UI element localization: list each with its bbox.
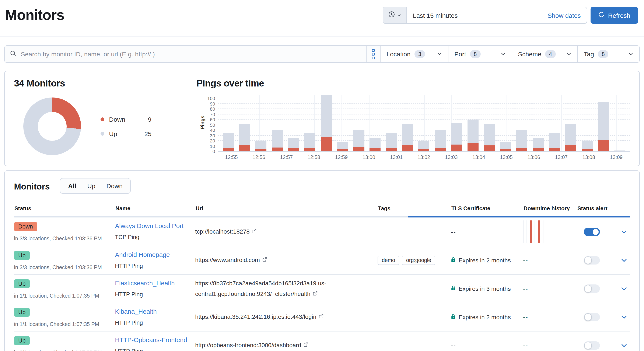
search-input[interactable] [20, 50, 366, 58]
filter-label: Scheme [518, 50, 541, 58]
expand-row-button[interactable] [621, 342, 628, 349]
tab-all[interactable]: All [62, 182, 82, 189]
status-checked-text: in 3/3 locations, Checked 1:03:36 PM [14, 236, 115, 242]
tab-up[interactable]: Up [82, 182, 101, 189]
filter-tag[interactable]: Tag8 [578, 46, 639, 62]
monitor-url-link[interactable]: tcp://localhost:18278 [195, 226, 257, 237]
x-tick-label: 13:05 [492, 154, 520, 160]
refresh-button[interactable]: Refresh [590, 7, 638, 24]
monitor-url-link[interactable]: https://8b37cb7ca2ae49ada54db165f32d3a19… [195, 278, 368, 300]
x-axis-labels: 12:5512:5612:5712:5812:5913:0013:0113:02… [218, 152, 630, 163]
status-alert-toggle[interactable] [584, 313, 600, 321]
ping-bar [239, 124, 250, 151]
monitor-type: HTTP Ping [115, 291, 195, 298]
ping-bar [321, 95, 332, 151]
monitor-name-link[interactable]: Elasticsearch_Health [115, 279, 175, 287]
status-alert-toggle[interactable] [584, 341, 600, 350]
monitor-type: TCP Ping [115, 234, 195, 240]
ping-bar [337, 142, 348, 151]
filter-count-badge: 4 [545, 50, 556, 58]
monitor-url-link[interactable]: http://opbeans-frontend:3000/dashboard [195, 340, 308, 351]
x-tick-label: 13:04 [465, 154, 492, 160]
status-alert-toggle[interactable] [584, 285, 600, 293]
tls-expiry-text: Expires in 2 months [458, 314, 511, 321]
filter-scheme[interactable]: Scheme4 [512, 46, 578, 62]
legend-value: 9 [131, 115, 152, 123]
table-row: Upin 3/3 locations, Checked 1:07:38 PMHT… [14, 331, 630, 351]
x-tick-label: 12:58 [300, 154, 328, 160]
filter-location[interactable]: Location3 [380, 46, 448, 62]
scrollbar-track[interactable] [640, 212, 641, 351]
filter-count-badge: 8 [598, 50, 608, 58]
legend-dot [100, 132, 104, 135]
x-tick-label: 13:02 [410, 154, 438, 160]
y-tick-label: 30 [202, 133, 215, 138]
refresh-label: Refresh [608, 12, 630, 19]
kql-filter-button[interactable] [366, 46, 380, 62]
tls-expiry-text: Expires in 3 months [458, 285, 511, 292]
filter-bar: Location3Port8Scheme4Tag8 [4, 45, 640, 63]
chevron-down-icon [566, 50, 572, 58]
clock-icon [388, 11, 395, 19]
status-alert-toggle[interactable] [584, 227, 600, 236]
tls-empty-value: -- [451, 342, 456, 349]
donut-legend: Down9Up25 [100, 115, 152, 137]
status-alert-toggle[interactable] [584, 256, 600, 265]
chevron-down-icon [437, 50, 442, 58]
table-row: Upin 1/1 location, Checked 1:07:35 PMEla… [14, 274, 630, 303]
monitor-url-link[interactable]: https://www.android.com [195, 255, 267, 266]
x-tick-label: 12:59 [328, 154, 355, 160]
status-checked-text: in 3/3 locations, Checked 1:03:36 PM [14, 265, 115, 271]
pings-chart-section: Pings over time Pings 010203040506070809… [192, 78, 630, 159]
downtime-empty-value: -- [523, 314, 528, 321]
filter-port[interactable]: Port8 [448, 46, 512, 62]
filter-group: Location3Port8Scheme4Tag8 [380, 45, 640, 63]
ping-bar [304, 133, 316, 152]
lock-icon [451, 257, 456, 264]
monitor-name-link[interactable]: Kibana_Health [115, 308, 157, 315]
chevron-down-icon [628, 50, 634, 58]
ping-bar [516, 130, 527, 151]
x-tick-label: 13:07 [548, 154, 575, 160]
y-tick-label: 20 [202, 138, 215, 143]
x-tick-label: 12:56 [245, 154, 273, 160]
chevron-down-icon [500, 50, 506, 58]
monitor-name-link[interactable]: Always Down Local Port [115, 222, 184, 229]
search-icon [10, 50, 16, 58]
column-header-downtime-history: Downtime history [524, 205, 578, 212]
time-range-value[interactable]: Last 15 minutes [407, 7, 542, 23]
status-filter-tabs: AllUpDown [60, 178, 131, 194]
pings-chart-title: Pings over time [196, 78, 630, 89]
monitor-name-link[interactable]: Android Homepage [115, 251, 170, 258]
x-tick-label: 13:06 [520, 154, 548, 160]
external-link-icon [316, 314, 324, 320]
filter-label: Port [454, 50, 466, 58]
super-date-picker: Last 15 minutes Show dates [383, 7, 587, 24]
y-tick-label: 10 [202, 143, 215, 149]
search-box [4, 45, 380, 63]
column-header-name: Name [116, 205, 196, 212]
y-tick-label: 70 [202, 112, 215, 117]
ping-bar [565, 124, 576, 151]
monitor-url-link[interactable]: https://kibana.35.241.242.16.ip.es.io:44… [195, 312, 324, 322]
filter-count-badge: 8 [470, 50, 480, 58]
external-link-icon [250, 228, 257, 235]
monitor-name-link[interactable]: HTTP-Opbeans-Frontend [115, 336, 187, 343]
show-dates-link[interactable]: Show dates [542, 7, 587, 23]
expand-row-button[interactable] [621, 285, 628, 292]
x-tick-label: 13:09 [602, 154, 630, 160]
ping-bar [402, 124, 413, 151]
column-header-url: Url [196, 205, 378, 212]
ping-bar [614, 150, 625, 151]
tab-down[interactable]: Down [101, 182, 128, 189]
quick-select-button[interactable] [383, 7, 407, 23]
expand-row-button[interactable] [621, 228, 628, 235]
x-tick-label: 12:57 [272, 154, 300, 160]
status-badge: Up [14, 308, 30, 317]
expand-row-button[interactable] [621, 257, 628, 264]
expand-row-button[interactable] [621, 314, 628, 321]
external-link-icon [301, 342, 308, 349]
y-tick-label: 50 [202, 122, 215, 127]
y-tick-label: 80 [202, 106, 215, 111]
ping-bar [468, 120, 478, 151]
